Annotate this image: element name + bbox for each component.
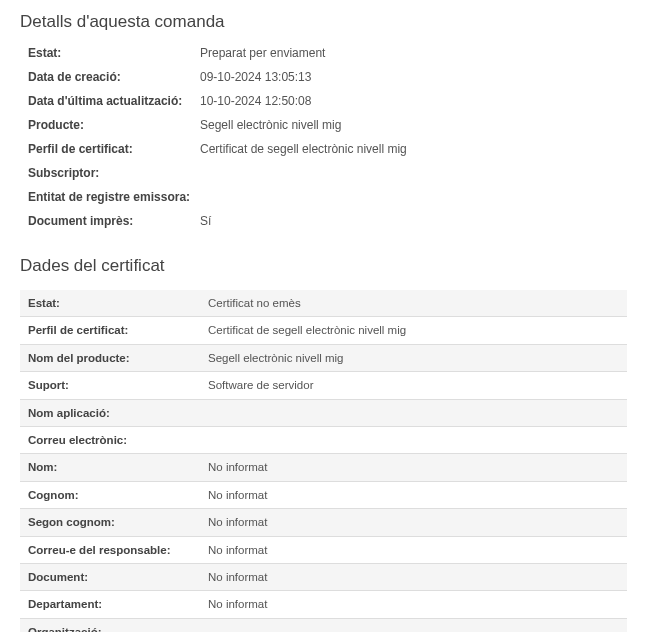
table-row: Nom:No informat: [20, 454, 627, 481]
table-row: Suport:Software de servidor: [20, 372, 627, 399]
detail-value: 09-10-2024 13:05:13: [200, 70, 311, 84]
table-row: Nom del producte:Segell electrònic nivel…: [20, 345, 627, 372]
detail-row: Entitat de registre emissora:: [28, 190, 631, 204]
cert-value: Software de servidor: [208, 376, 313, 394]
cert-label: Nom aplicació:: [28, 404, 208, 422]
cert-label: Segon cognom:: [28, 513, 208, 531]
cert-value: No informat: [208, 458, 267, 476]
detail-label: Perfil de certificat:: [28, 142, 200, 156]
detail-row: Producte:Segell electrònic nivell mig: [28, 118, 631, 132]
cert-label: Correu electrònic:: [28, 431, 208, 449]
detail-value: 10-10-2024 12:50:08: [200, 94, 311, 108]
table-row: Correu-e del responsable:No informat: [20, 537, 627, 564]
detail-value: Certificat de segell electrònic nivell m…: [200, 142, 407, 156]
cert-label: Nom del producte:: [28, 349, 208, 367]
table-row: Document:No informat: [20, 564, 627, 591]
table-row: Organització:: [20, 619, 627, 632]
detail-row: Subscriptor:: [28, 166, 631, 180]
order-details-block: Estat:Preparat per enviament Data de cre…: [28, 46, 631, 228]
cert-value: No informat: [208, 486, 267, 504]
detail-row: Data d'última actualització:10-10-2024 1…: [28, 94, 631, 108]
table-row: Nom aplicació:: [20, 400, 627, 427]
cert-label: Cognom:: [28, 486, 208, 504]
detail-row: Perfil de certificat:Certificat de segel…: [28, 142, 631, 156]
detail-label: Data d'última actualització:: [28, 94, 200, 108]
certificate-data-title: Dades del certificat: [20, 256, 631, 276]
detail-label: Subscriptor:: [28, 166, 200, 180]
detail-label: Document imprès:: [28, 214, 200, 228]
detail-value: Segell electrònic nivell mig: [200, 118, 341, 132]
detail-row: Data de creació:09-10-2024 13:05:13: [28, 70, 631, 84]
table-row: Perfil de certificat:Certificat de segel…: [20, 317, 627, 344]
detail-row: Estat:Preparat per enviament: [28, 46, 631, 60]
certificate-data-table: Estat:Certificat no emès Perfil de certi…: [20, 290, 627, 632]
detail-label: Producte:: [28, 118, 200, 132]
cert-value: No informat: [208, 541, 267, 559]
order-details-title: Detalls d'aquesta comanda: [20, 12, 631, 32]
detail-label: Data de creació:: [28, 70, 200, 84]
cert-value: Segell electrònic nivell mig: [208, 349, 344, 367]
cert-label: Suport:: [28, 376, 208, 394]
detail-label: Estat:: [28, 46, 200, 60]
cert-value: Certificat de segell electrònic nivell m…: [208, 321, 406, 339]
table-row: Departament:No informat: [20, 591, 627, 618]
cert-value: No informat: [208, 513, 267, 531]
cert-label: Estat:: [28, 294, 208, 312]
cert-value: No informat: [208, 568, 267, 586]
detail-label: Entitat de registre emissora:: [28, 190, 200, 204]
cert-label: Document:: [28, 568, 208, 586]
cert-label: Departament:: [28, 595, 208, 613]
detail-value: Sí: [200, 214, 211, 228]
detail-row: Document imprès:Sí: [28, 214, 631, 228]
table-row: Estat:Certificat no emès: [20, 290, 627, 317]
cert-label: Perfil de certificat:: [28, 321, 208, 339]
table-row: Correu electrònic:: [20, 427, 627, 454]
cert-value: No informat: [208, 595, 267, 613]
cert-label: Correu-e del responsable:: [28, 541, 208, 559]
detail-value: Preparat per enviament: [200, 46, 325, 60]
table-row: Segon cognom:No informat: [20, 509, 627, 536]
cert-value: Certificat no emès: [208, 294, 301, 312]
table-row: Cognom:No informat: [20, 482, 627, 509]
cert-label: Nom:: [28, 458, 208, 476]
cert-label: Organització:: [28, 623, 208, 632]
